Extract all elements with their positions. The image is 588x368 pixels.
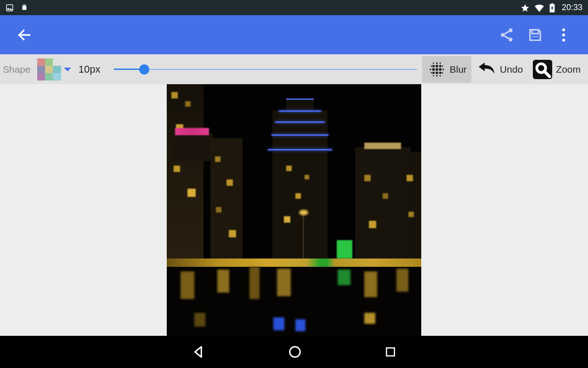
svg-point-26 <box>439 71 441 74</box>
svg-point-35 <box>433 62 434 63</box>
shape-label: Shape <box>3 64 31 75</box>
zoom-button[interactable]: Zoom <box>527 56 585 83</box>
svg-point-17 <box>562 39 565 41</box>
android-nav-bar <box>0 336 588 368</box>
status-clock: 20:33 <box>562 3 582 12</box>
svg-point-33 <box>430 72 432 73</box>
star-icon <box>520 3 530 12</box>
shape-picker-swatch[interactable] <box>37 58 61 80</box>
brush-size-slider[interactable] <box>114 63 417 76</box>
svg-point-10 <box>509 37 513 41</box>
nav-back-button[interactable] <box>192 345 205 359</box>
svg-point-18 <box>435 68 438 71</box>
svg-point-15 <box>562 28 565 31</box>
overflow-menu-button[interactable] <box>550 22 577 48</box>
nav-home-button[interactable] <box>288 345 302 359</box>
zoom-icon <box>532 59 553 80</box>
chevron-down-icon[interactable] <box>64 68 71 71</box>
android-status-bar: 20:33 <box>0 0 588 15</box>
svg-point-3 <box>25 5 26 6</box>
svg-point-19 <box>432 68 435 71</box>
svg-rect-43 <box>386 348 394 356</box>
svg-point-28 <box>442 69 444 70</box>
nav-recent-button[interactable] <box>384 346 396 358</box>
svg-point-36 <box>440 62 441 63</box>
save-button[interactable] <box>522 22 548 48</box>
wifi-icon <box>534 4 544 12</box>
image-canvas-area <box>0 84 588 336</box>
app-bar <box>0 15 588 54</box>
undo-button[interactable]: Undo <box>471 56 527 83</box>
android-icon <box>20 4 28 12</box>
svg-point-8 <box>509 28 513 32</box>
battery-charging-icon <box>549 3 555 12</box>
edited-image[interactable] <box>167 84 421 336</box>
svg-point-21 <box>435 64 438 67</box>
svg-point-22 <box>435 71 438 74</box>
svg-point-29 <box>436 62 438 64</box>
svg-point-38 <box>440 75 441 76</box>
svg-point-42 <box>290 347 300 357</box>
blur-tool-label: Blur <box>450 64 467 75</box>
undo-icon <box>476 62 497 77</box>
back-button[interactable] <box>11 22 38 48</box>
svg-point-31 <box>430 65 432 67</box>
svg-point-37 <box>433 75 434 76</box>
svg-point-9 <box>501 33 505 37</box>
svg-point-2 <box>23 5 24 6</box>
share-button[interactable] <box>493 22 520 48</box>
svg-rect-11 <box>532 29 538 34</box>
svg-point-25 <box>432 71 435 74</box>
svg-point-20 <box>439 68 441 71</box>
undo-label: Undo <box>500 64 523 75</box>
blur-icon <box>427 59 447 80</box>
zoom-label: Zoom <box>556 64 581 75</box>
svg-point-27 <box>430 69 431 70</box>
svg-rect-1 <box>23 6 27 10</box>
image-icon <box>6 4 14 12</box>
blur-tool-button[interactable]: Blur <box>422 56 471 83</box>
svg-point-23 <box>432 65 435 67</box>
svg-point-16 <box>562 33 565 36</box>
svg-point-32 <box>441 65 443 67</box>
svg-point-34 <box>441 72 443 73</box>
svg-point-30 <box>436 75 438 76</box>
svg-point-24 <box>439 65 441 67</box>
svg-rect-7 <box>551 3 553 5</box>
editor-toolbar: Shape 10px Blur Undo <box>0 54 588 84</box>
brush-size-value: 10px <box>79 63 101 75</box>
